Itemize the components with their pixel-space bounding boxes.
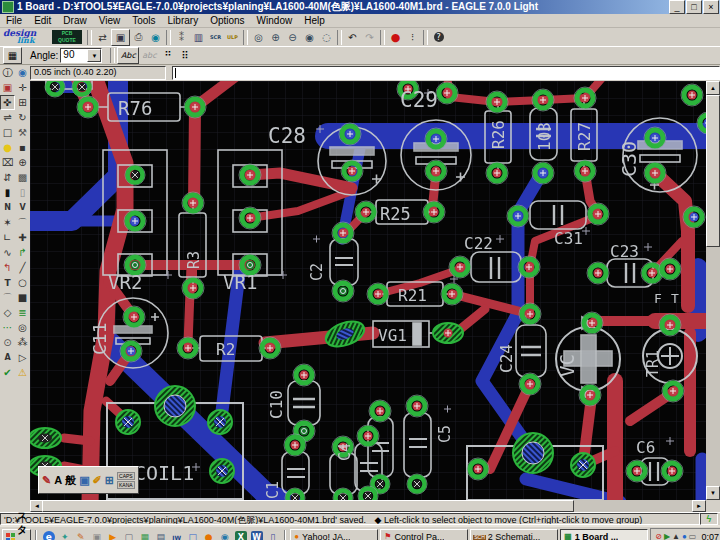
save-icon[interactable]: ▣ xyxy=(111,29,130,46)
kana-indicator[interactable]: KANA xyxy=(117,481,135,489)
paste-icon[interactable]: ▪ xyxy=(15,140,30,155)
horizontal-scroll-thumb[interactable] xyxy=(42,500,574,512)
messenger-tray-icon[interactable]: ● xyxy=(682,533,687,540)
info-icon[interactable]: ⓘ xyxy=(0,65,15,80)
text-icon[interactable]: T xyxy=(0,275,15,290)
menu-tools[interactable]: Tools xyxy=(126,15,161,26)
undo-icon[interactable]: ↶ xyxy=(344,30,361,45)
scroll-up-icon[interactable]: ▲ xyxy=(706,81,720,95)
cam-icon[interactable]: ◉ xyxy=(147,30,164,45)
computer-icon[interactable]: ▤ xyxy=(153,530,168,540)
pinswap-icon[interactable]: ⇵ xyxy=(0,170,15,185)
menu-library[interactable]: Library xyxy=(162,15,205,26)
close-button[interactable]: × xyxy=(703,0,719,14)
mirror-icon[interactable]: ⇌ xyxy=(0,110,15,125)
command-line-input[interactable] xyxy=(172,66,720,80)
ime-pen-icon[interactable]: ✎ xyxy=(42,474,51,487)
stop-icon[interactable]: ● xyxy=(387,30,404,45)
attach-icon[interactable]: ⊙ xyxy=(0,335,15,350)
polygon-icon[interactable]: ◇ xyxy=(0,305,15,320)
dot-matrix-icon[interactable]: ⠛ xyxy=(159,48,176,63)
show-icon[interactable]: ◉ xyxy=(15,65,30,80)
ratsnest-icon[interactable]: ⁂ xyxy=(15,335,30,350)
signal-icon[interactable]: ⋯ xyxy=(0,320,15,335)
globe-icon[interactable]: ◉ xyxy=(217,530,232,540)
notes-icon[interactable]: ▯ xyxy=(265,530,280,540)
designlink-logo[interactable]: design link xyxy=(3,30,49,45)
vertical-scrollbar[interactable]: ▲ ▼ xyxy=(706,81,720,500)
scroll-right-icon[interactable]: ► xyxy=(692,500,706,512)
change-icon[interactable]: ⚒ xyxy=(15,125,30,140)
optimize-icon[interactable]: ✚ xyxy=(15,230,30,245)
ime-tray-icon[interactable]: ▭ xyxy=(689,533,697,540)
caps-indicator[interactable]: CAPS xyxy=(117,472,135,480)
angle-combobox[interactable]: 90 ▼ xyxy=(60,48,102,63)
wire-icon[interactable]: ╱ xyxy=(15,260,30,275)
group-icon[interactable]: □ xyxy=(0,125,15,140)
horizontal-scrollbar[interactable]: ◄ ► xyxy=(30,500,706,512)
ie-icon[interactable]: e xyxy=(41,530,56,540)
split-icon[interactable]: ∟ xyxy=(0,230,15,245)
menu-file[interactable]: File xyxy=(0,15,28,26)
toolbar-separator[interactable] xyxy=(337,30,342,45)
toolbar-separator[interactable] xyxy=(243,30,248,45)
toolbar-separator[interactable] xyxy=(423,30,428,45)
miter-icon[interactable]: ⌒ xyxy=(15,215,30,230)
script-icon[interactable]: SCR xyxy=(207,30,224,45)
menu-options[interactable]: Options xyxy=(204,15,250,26)
ime-keyboard-icon[interactable]: ⊞ xyxy=(105,474,114,487)
shield-tray-icon[interactable]: ▲ xyxy=(672,533,680,540)
window-icon[interactable]: ▢ xyxy=(121,530,136,540)
delete-icon[interactable]: ⌧ xyxy=(0,155,15,170)
smash-icon[interactable]: ✶ xyxy=(0,215,15,230)
zoom-redraw-icon[interactable]: ◉ xyxy=(301,30,318,45)
redo-icon[interactable]: ↷ xyxy=(361,30,378,45)
auto-icon[interactable]: A xyxy=(0,350,15,365)
copy-icon[interactable]: ⊞ xyxy=(15,95,30,110)
updater-tray-icon[interactable]: ▶ xyxy=(664,533,670,540)
no-entry-tray-icon[interactable]: ⊘ xyxy=(655,533,662,540)
warning-icon[interactable]: ⚠ xyxy=(15,365,30,380)
menu-window[interactable]: Window xyxy=(251,15,299,26)
menu-draw[interactable]: Draw xyxy=(57,15,92,26)
ripup-icon[interactable]: ↰ xyxy=(0,260,15,275)
taskbar-button-board[interactable]: ▦ 1 Board ... xyxy=(560,529,648,540)
zoom-in-icon[interactable]: ⊕ xyxy=(267,30,284,45)
arc-icon[interactable]: ⌒ xyxy=(0,290,15,305)
rotate-icon[interactable]: ↻ xyxy=(15,110,30,125)
go-icon[interactable]: ⁝ xyxy=(404,30,421,45)
menu-edit[interactable]: Edit xyxy=(28,15,57,26)
display-icon[interactable]: ▣ xyxy=(0,80,15,95)
zoom-out-icon[interactable]: ⊖ xyxy=(284,30,301,45)
dot-matrix-bold-icon[interactable]: ⠿ xyxy=(176,48,193,63)
lock-icon[interactable]: ▮ xyxy=(0,185,15,200)
drc-icon[interactable]: ▷ xyxy=(15,350,30,365)
media-player-icon[interactable]: ▶ xyxy=(105,530,120,540)
taskbar-button-yahoo[interactable]: ● Yahoo! JA... xyxy=(290,529,378,540)
ime-conversion-mode[interactable]: 般 xyxy=(65,473,76,488)
pcb-drawing[interactable]: R76 C28 C29 R26 103 R27 C30 R25 C22 C31 … xyxy=(30,81,706,500)
jw-icon[interactable]: JW xyxy=(169,530,184,540)
name-icon[interactable]: N xyxy=(0,200,15,215)
route-icon[interactable]: ↱ xyxy=(15,245,30,260)
errors-icon[interactable]: ✔ xyxy=(0,365,15,380)
ulp-icon[interactable]: ⁑ xyxy=(173,30,190,45)
paint-icon[interactable]: ✎ xyxy=(73,530,88,540)
ime-pad-icon[interactable]: ✐ xyxy=(93,474,102,487)
unlock-icon[interactable]: ▯ xyxy=(15,185,30,200)
run-ulp-icon[interactable]: ULP xyxy=(224,30,241,45)
help-icon[interactable]: ? xyxy=(430,30,447,45)
menu-help[interactable]: Help xyxy=(298,15,331,26)
print-icon[interactable]: ⎙ xyxy=(130,30,147,45)
word-icon[interactable]: W xyxy=(249,530,264,540)
value-icon[interactable]: V xyxy=(15,200,30,215)
text-abc-button[interactable]: Abc xyxy=(117,47,139,64)
firefox-icon[interactable]: ● xyxy=(201,530,216,540)
zoom-select-icon[interactable]: ◌ xyxy=(318,30,335,45)
meander-icon[interactable]: ∿ xyxy=(0,245,15,260)
scroll-down-icon[interactable]: ▼ xyxy=(706,486,720,500)
move-icon[interactable]: ✜ xyxy=(0,95,15,110)
restore-button[interactable]: □ xyxy=(686,0,702,14)
ime-tool-icon[interactable]: ▣ xyxy=(79,474,89,487)
grid-icon[interactable]: ▦ xyxy=(3,47,22,64)
